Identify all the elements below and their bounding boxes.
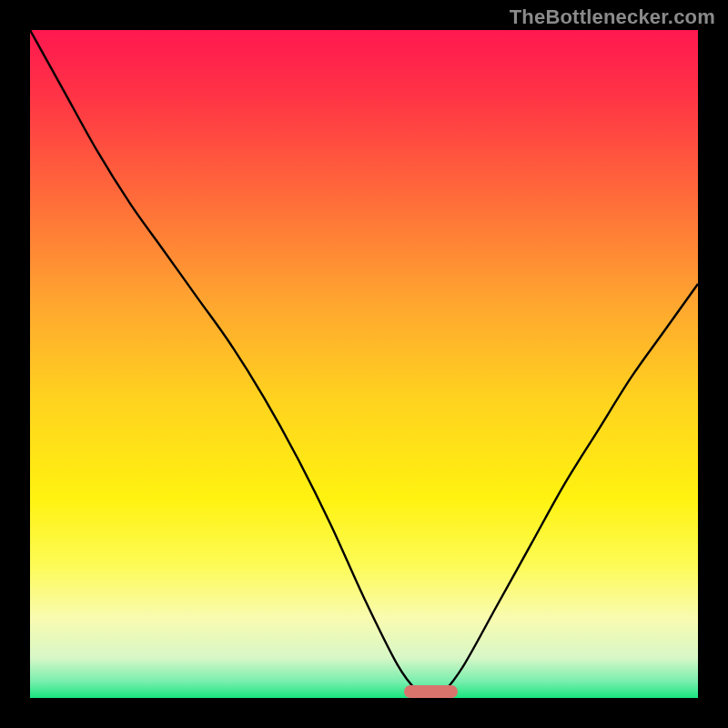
optimal-range-marker — [404, 685, 458, 698]
curve-layer — [30, 30, 698, 698]
plot-area — [30, 30, 698, 698]
chart-frame: TheBottlenecker.com — [0, 0, 728, 728]
watermark-text: TheBottlenecker.com — [510, 5, 715, 29]
bottleneck-curve — [30, 30, 698, 698]
